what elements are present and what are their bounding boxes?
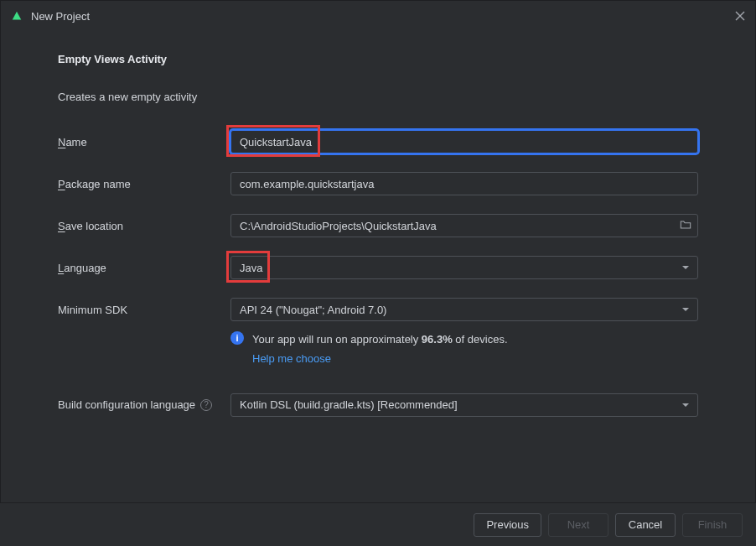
language-label: Language xyxy=(58,262,230,274)
save-location-input[interactable] xyxy=(230,214,698,237)
package-input[interactable] xyxy=(230,172,698,195)
name-input[interactable] xyxy=(230,130,698,153)
help-me-choose-link[interactable]: Help me choose xyxy=(252,351,331,368)
previous-button[interactable]: Previous xyxy=(474,513,541,537)
close-icon[interactable] xyxy=(735,11,745,21)
chevron-down-icon xyxy=(682,308,689,311)
page-heading: Empty Views Activity xyxy=(58,53,698,65)
help-icon[interactable]: ? xyxy=(200,399,212,411)
next-button: Next xyxy=(548,513,608,537)
build-config-select[interactable]: Kotlin DSL (build.gradle.kts) [Recommend… xyxy=(230,393,698,417)
android-studio-icon xyxy=(11,10,23,22)
minimum-sdk-value: API 24 ("Nougat"; Android 7.0) xyxy=(240,304,386,316)
build-config-value: Kotlin DSL (build.gradle.kts) [Recommend… xyxy=(240,398,458,411)
finish-button: Finish xyxy=(682,513,743,537)
minimum-sdk-select[interactable]: API 24 ("Nougat"; Android 7.0) xyxy=(230,298,698,321)
window-title: New Project xyxy=(31,10,90,23)
page-subtitle: Creates a new empty activity xyxy=(58,91,698,103)
language-value: Java xyxy=(240,262,262,274)
sdk-info-text: Your app will run on approximately 96.3%… xyxy=(252,331,508,368)
save-location-label: Save location xyxy=(58,220,230,232)
build-config-label: Build configuration language ? xyxy=(58,398,230,411)
folder-icon[interactable] xyxy=(680,219,691,231)
name-label: Name xyxy=(58,136,230,148)
chevron-down-icon xyxy=(682,266,689,269)
cancel-button[interactable]: Cancel xyxy=(615,513,676,537)
info-icon: i xyxy=(230,331,244,345)
package-label: Package name xyxy=(58,178,230,190)
chevron-down-icon xyxy=(682,403,689,407)
language-select[interactable]: Java xyxy=(230,256,698,279)
minimum-sdk-label: Minimum SDK xyxy=(58,304,230,316)
